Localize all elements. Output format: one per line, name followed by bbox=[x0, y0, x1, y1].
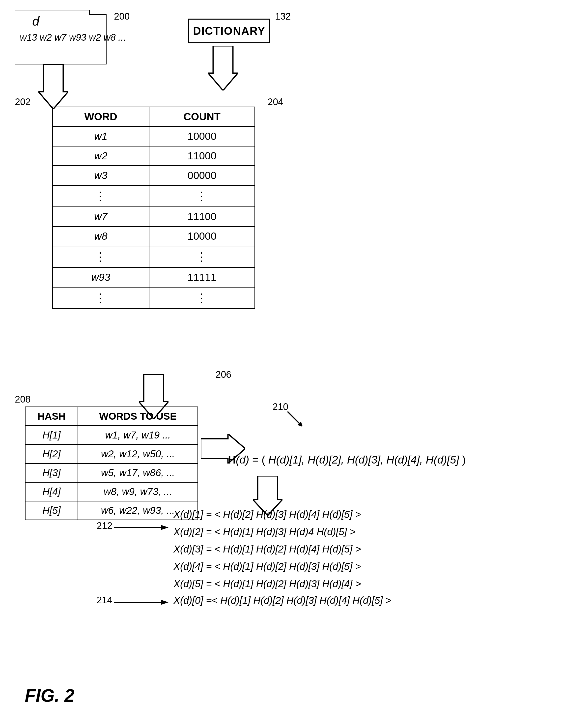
wc-word: w8 bbox=[53, 227, 149, 246]
label-200: 200 bbox=[114, 11, 130, 22]
wc-dots: ⋮ bbox=[149, 287, 255, 309]
label-132: 132 bbox=[275, 11, 290, 22]
wc-word: w7 bbox=[53, 207, 149, 227]
wc-header-word: WORD bbox=[53, 107, 149, 127]
table-row: H[2] w2, w12, w50, ... bbox=[25, 445, 198, 464]
hash-table: HASH WORDS TO USE H[1] w1, w7, w19 ... H… bbox=[25, 407, 198, 520]
label-208: 208 bbox=[15, 394, 30, 405]
arrow-doc-to-table bbox=[38, 64, 68, 110]
hash-val: H[3] bbox=[25, 464, 78, 482]
wc-dots: ⋮ bbox=[53, 287, 149, 309]
hd-bold: H bbox=[228, 454, 236, 466]
hash-header-hash: HASH bbox=[25, 407, 78, 426]
table-row-dots: ⋮ ⋮ bbox=[53, 246, 255, 268]
hash-header-words: WORDS TO USE bbox=[78, 407, 198, 426]
dictionary-label: DICTIONARY bbox=[193, 25, 266, 37]
words-val: w8, w9, w73, ... bbox=[78, 482, 198, 501]
words-val: w2, w12, w50, ... bbox=[78, 445, 198, 464]
xd-eq-1: X(d)[1] = < H(d)[2] H(d)[3] H(d)[4] H(d)… bbox=[174, 506, 361, 523]
arrow-210-diagonal bbox=[287, 411, 307, 432]
xd0-equation: X(d)[0] =< H(d)[1] H(d)[2] H(d)[3] H(d)[… bbox=[174, 595, 391, 606]
svg-marker-9 bbox=[161, 525, 169, 530]
wc-count: 11111 bbox=[149, 268, 255, 287]
svg-marker-1 bbox=[38, 64, 68, 109]
diagram: d w13 w2 w7 w93 w2 w8 ... 200 DICTIONARY… bbox=[0, 0, 561, 728]
words-val: w1, w7, w19 ... bbox=[78, 426, 198, 445]
wc-count: 10000 bbox=[149, 227, 255, 246]
label-210: 210 bbox=[273, 402, 288, 412]
wc-count: 00000 bbox=[149, 166, 255, 185]
svg-marker-11 bbox=[161, 600, 169, 605]
wc-count: 11100 bbox=[149, 207, 255, 227]
hash-val: H[5] bbox=[25, 501, 78, 520]
arrow-212-right bbox=[114, 523, 169, 533]
xd-eq-5: X(d)[5] = < H(d)[1] H(d)[2] H(d)[3] H(d)… bbox=[174, 575, 361, 592]
hd-equals: = ( bbox=[249, 454, 269, 466]
hd-close: ) bbox=[459, 454, 466, 466]
fig-label: FIG. 2 bbox=[25, 685, 74, 706]
table-row: w8 10000 bbox=[53, 227, 255, 246]
hash-val: H[1] bbox=[25, 426, 78, 445]
xd-eq-3: X(d)[3] = < H(d)[1] H(d)[2] H(d)[4] H(d)… bbox=[174, 540, 361, 558]
svg-marker-2 bbox=[208, 46, 238, 90]
wc-word: w93 bbox=[53, 268, 149, 287]
table-row: H[4] w8, w9, w73, ... bbox=[25, 482, 198, 501]
wc-word: w2 bbox=[53, 146, 149, 166]
hash-val: H[4] bbox=[25, 482, 78, 501]
wc-count: 11000 bbox=[149, 146, 255, 166]
hd-components: H(d)[1], H(d)[2], H(d)[3], H(d)[4], H(d)… bbox=[269, 454, 459, 466]
wc-dots: ⋮ bbox=[53, 185, 149, 207]
wc-word: w1 bbox=[53, 127, 149, 146]
hash-val: H[2] bbox=[25, 445, 78, 464]
table-row: w3 00000 bbox=[53, 166, 255, 185]
table-row: H[1] w1, w7, w19 ... bbox=[25, 426, 198, 445]
wc-dots: ⋮ bbox=[149, 185, 255, 207]
xd-equations: X(d)[1] = < H(d)[2] H(d)[3] H(d)[4] H(d)… bbox=[174, 506, 361, 592]
hd-italic: (d) bbox=[236, 454, 249, 466]
table-row-dots: ⋮ ⋮ bbox=[53, 287, 255, 309]
wc-header-count: COUNT bbox=[149, 107, 255, 127]
table-row: H[5] w6, w22, w93, ... bbox=[25, 501, 198, 520]
wc-dots: ⋮ bbox=[149, 246, 255, 268]
hd-formula: H(d) = ( H(d)[1], H(d)[2], H(d)[3], H(d)… bbox=[228, 454, 466, 466]
table-row: w2 11000 bbox=[53, 146, 255, 166]
wc-dots: ⋮ bbox=[53, 246, 149, 268]
table-row: w1 10000 bbox=[53, 127, 255, 146]
label-214: 214 bbox=[97, 595, 112, 606]
doc-label: d bbox=[32, 14, 39, 29]
table-row: w7 11100 bbox=[53, 207, 255, 227]
label-206: 206 bbox=[216, 369, 231, 380]
table-row-dots: ⋮ ⋮ bbox=[53, 185, 255, 207]
table-row: w93 11111 bbox=[53, 268, 255, 287]
label-204: 204 bbox=[268, 97, 283, 107]
xd-eq-2: X(d)[2] = < H(d)[1] H(d)[3] H(d)4 H(d)[5… bbox=[174, 523, 361, 540]
wc-count: 10000 bbox=[149, 127, 255, 146]
words-val: w5, w17, w86, ... bbox=[78, 464, 198, 482]
dictionary-box: DICTIONARY bbox=[188, 19, 270, 43]
doc-content: w13 w2 w7 w93 w2 w8 ... bbox=[20, 32, 126, 43]
arrow-214-right bbox=[114, 597, 169, 608]
word-count-table: WORD COUNT w1 10000 w2 11000 w3 00000 ⋮ … bbox=[52, 107, 255, 309]
xd-eq-4: X(d)[4] = < H(d)[1] H(d)[2] H(d)[3] H(d)… bbox=[174, 558, 361, 575]
wc-word: w3 bbox=[53, 166, 149, 185]
table-row: H[3] w5, w17, w86, ... bbox=[25, 464, 198, 482]
label-202: 202 bbox=[15, 97, 30, 107]
arrow-dict-to-table bbox=[208, 46, 238, 91]
label-212: 212 bbox=[97, 521, 112, 531]
